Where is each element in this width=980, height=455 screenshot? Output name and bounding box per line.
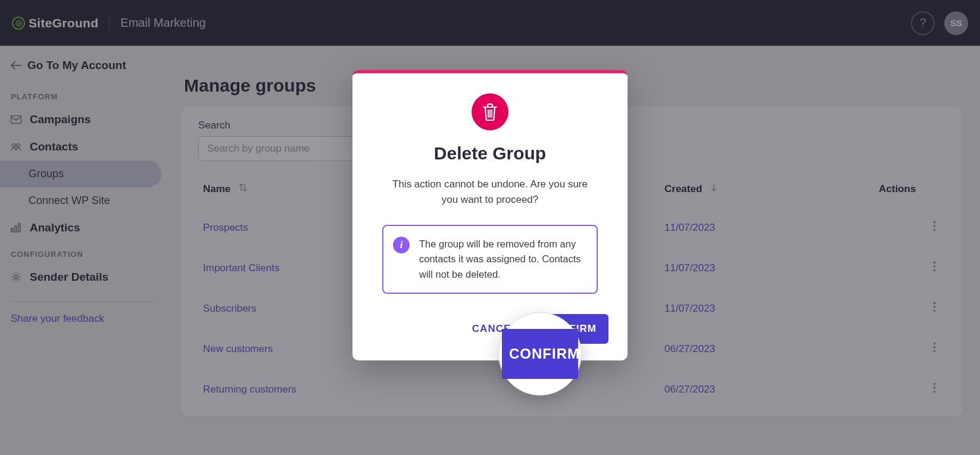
confirm-magnifier: CONFIRM [498, 312, 582, 396]
modal-info-box: i The group will be removed from any con… [382, 225, 598, 294]
confirm-magnified-label: CONFIRM [502, 329, 578, 379]
info-icon: i [393, 237, 410, 253]
modal-info-text: The group will be removed from any conta… [419, 237, 585, 283]
delete-group-modal: Delete Group This action cannot be undon… [352, 70, 628, 360]
modal-title: Delete Group [372, 143, 608, 164]
trash-icon [472, 93, 508, 130]
modal-message: This action cannot be undone. Are you su… [383, 177, 597, 208]
